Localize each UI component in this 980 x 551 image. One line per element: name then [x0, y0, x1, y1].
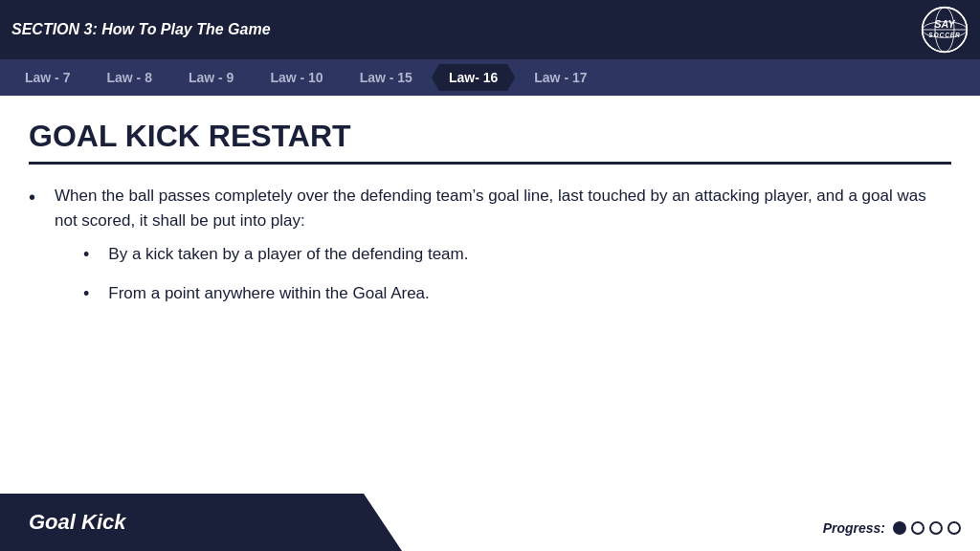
- tab-law17[interactable]: Law - 17: [517, 64, 604, 91]
- main-content: GOAL KICK RESTART When the ball passes c…: [0, 96, 980, 351]
- dot-4: [947, 521, 961, 535]
- sub-text-1: By a kick taken by a player of the defen…: [108, 242, 468, 268]
- section-title: SECTION 3: How To Play The Game: [11, 21, 271, 38]
- tab-law15[interactable]: Law - 15: [343, 64, 430, 91]
- page-title: GOAL KICK RESTART: [29, 119, 951, 165]
- bullet-item-1: When the ball passes completely over the…: [29, 184, 951, 320]
- tab-law10[interactable]: Law - 10: [253, 64, 340, 91]
- logo: SAY SOCCER: [921, 6, 969, 54]
- sub-bullet-list: By a kick taken by a player of the defen…: [55, 242, 951, 307]
- progress-section: Progress:: [823, 520, 961, 536]
- tab-law7[interactable]: Law - 7: [8, 64, 87, 91]
- svg-text:SOCCER: SOCCER: [928, 32, 960, 38]
- tab-law9[interactable]: Law - 9: [171, 64, 251, 91]
- nav-tabs: Law - 7 Law - 8 Law - 9 Law - 10 Law - 1…: [0, 59, 980, 96]
- bullet-list: When the ball passes completely over the…: [29, 184, 951, 320]
- header-bar: SECTION 3: How To Play The Game SAY SOCC…: [0, 0, 980, 59]
- progress-label: Progress:: [823, 520, 885, 536]
- tab-law16[interactable]: Law- 16: [432, 64, 515, 91]
- progress-dots: [893, 521, 961, 535]
- dot-3: [929, 521, 943, 535]
- tab-law8[interactable]: Law - 8: [89, 64, 168, 91]
- say-soccer-logo: SAY SOCCER: [921, 6, 969, 54]
- dot-2: [911, 521, 924, 535]
- sub-bullet-item-2: From a point anywhere within the Goal Ar…: [55, 281, 951, 307]
- dot-1: [893, 521, 906, 535]
- sub-text-2: From a point anywhere within the Goal Ar…: [108, 281, 429, 307]
- sub-bullet-item-1: By a kick taken by a player of the defen…: [55, 242, 951, 268]
- bullet-text-1: When the ball passes completely over the…: [55, 187, 926, 230]
- svg-text:SAY: SAY: [934, 18, 956, 30]
- footer-label: Goal Kick: [29, 510, 125, 535]
